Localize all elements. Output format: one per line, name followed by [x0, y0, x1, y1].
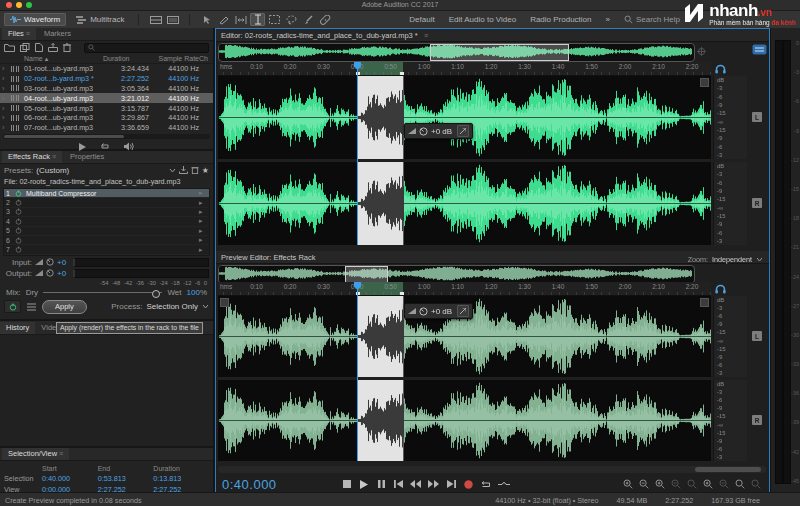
- lasso-selection-tool-icon[interactable]: [284, 13, 299, 26]
- slot-arrow-icon[interactable]: ▸: [199, 236, 207, 244]
- zoom-in-button[interactable]: [623, 479, 633, 489]
- play-file-icon[interactable]: [79, 143, 86, 151]
- editor-horizontal-scrollbar[interactable]: [218, 466, 766, 473]
- marquee-selection-tool-icon[interactable]: [267, 13, 282, 26]
- channel-menu-icon[interactable]: [700, 298, 709, 307]
- favorite-star-icon[interactable]: ★: [202, 166, 209, 175]
- import-file-icon[interactable]: [20, 43, 30, 52]
- display-settings-icon[interactable]: [752, 44, 767, 55]
- tab-selection-view[interactable]: Selection/View≡: [2, 448, 69, 460]
- power-icon[interactable]: [15, 190, 26, 197]
- tab-properties[interactable]: Properties: [64, 151, 110, 163]
- editor-waveform-right[interactable]: [218, 162, 711, 245]
- time-selection-tool-icon[interactable]: [250, 13, 265, 26]
- volume-hud[interactable]: +0 dB: [404, 303, 473, 319]
- slot-arrow-icon[interactable]: ▸: [199, 217, 207, 225]
- zoom-mode-select[interactable]: Independent: [712, 253, 752, 266]
- skip-selection-button[interactable]: [498, 480, 510, 489]
- slot-arrow-icon[interactable]: ▸: [199, 246, 207, 254]
- razor-tool-icon[interactable]: [216, 13, 231, 26]
- expand-chevron-icon[interactable]: ›: [2, 64, 11, 73]
- slot-arrow-icon[interactable]: ▸: [199, 189, 207, 197]
- navigator-view-highlight[interactable]: [430, 44, 569, 61]
- wet-value[interactable]: 100: [187, 288, 200, 297]
- power-icon[interactable]: [15, 246, 26, 253]
- skip-to-start-button[interactable]: [393, 480, 403, 488]
- channel-badge-right[interactable]: R: [752, 198, 762, 208]
- zoom-out-horizontal-button[interactable]: [671, 479, 681, 489]
- channel-badge-right[interactable]: R: [752, 415, 762, 425]
- power-icon[interactable]: [15, 199, 26, 206]
- zoom-reset-button[interactable]: [687, 479, 697, 489]
- trash-icon[interactable]: [63, 43, 71, 52]
- pause-button[interactable]: [376, 480, 386, 488]
- rewind-button[interactable]: [410, 480, 421, 488]
- waveform-view-button[interactable]: Waveform: [4, 13, 66, 26]
- insert-into-multitrack-icon[interactable]: [48, 43, 58, 52]
- skip-to-end-button[interactable]: [446, 480, 456, 488]
- editor-waveform-left[interactable]: [218, 76, 711, 159]
- stop-button[interactable]: [342, 480, 352, 488]
- effect-slot[interactable]: 2▸: [4, 198, 209, 207]
- files-horizontal-scrollbar[interactable]: [3, 134, 210, 139]
- input-knob-icon[interactable]: [46, 258, 54, 266]
- file-row[interactable]: ›07-root...ub-yard.mp33:36.65944100 Hz: [0, 123, 213, 133]
- volume-hud[interactable]: +0 dB: [404, 123, 473, 139]
- slip-tool-icon[interactable]: [233, 13, 248, 26]
- effect-slot[interactable]: 5▸: [4, 227, 209, 236]
- chevron-down-icon[interactable]: [202, 304, 209, 309]
- output-gain-value[interactable]: +0: [57, 269, 66, 278]
- power-icon[interactable]: [15, 227, 26, 234]
- editor-panel-header[interactable]: Editor: 02-roots_radics-time_and_place_t…: [216, 29, 769, 42]
- paintbrush-selection-tool-icon[interactable]: [301, 13, 316, 26]
- record-button[interactable]: [463, 480, 473, 489]
- chevron-down-icon[interactable]: [169, 168, 176, 173]
- apply-button[interactable]: Apply: [42, 300, 87, 314]
- selection-row[interactable]: Selection 0:40.000 0:53.813 0:13.813: [4, 473, 209, 484]
- playhead[interactable]: [357, 282, 358, 461]
- playhead[interactable]: [357, 62, 358, 245]
- file-row[interactable]: ›06-root...ub-yard.mp33:29.86744100 Hz: [0, 113, 213, 123]
- tab-markers[interactable]: Markers: [38, 28, 77, 40]
- multitrack-view-button[interactable]: Multitrack: [70, 13, 130, 26]
- preview-waveform-right[interactable]: [218, 380, 711, 461]
- effect-slot[interactable]: 6▸: [4, 236, 209, 245]
- workspace-radio-production[interactable]: Radio Production: [530, 15, 591, 24]
- chevron-down-icon[interactable]: [756, 257, 763, 262]
- slot-arrow-icon[interactable]: ▸: [199, 199, 207, 207]
- tab-history[interactable]: History: [0, 322, 35, 334]
- slot-arrow-icon[interactable]: ▸: [199, 208, 207, 216]
- save-preset-icon[interactable]: [179, 166, 188, 174]
- file-row[interactable]: ›05-root...ub-yard.mp33:15.78744100 Hz: [0, 103, 213, 113]
- process-select[interactable]: Selection Only: [146, 302, 198, 311]
- workspace-overflow-button[interactable]: »: [606, 15, 610, 24]
- channel-menu-icon[interactable]: [700, 78, 709, 87]
- zoom-full-button[interactable]: [751, 479, 761, 489]
- playhead-time-display[interactable]: 0:40.000: [222, 477, 342, 492]
- file-row[interactable]: ›02-root...b-yard.mp3 *2:27.25244100 Hz: [0, 74, 213, 84]
- expand-chevron-icon[interactable]: ›: [2, 84, 11, 93]
- play-button[interactable]: [359, 480, 369, 489]
- new-file-icon[interactable]: [35, 43, 43, 52]
- channel-badge-left[interactable]: L: [752, 331, 762, 341]
- mix-slider[interactable]: [43, 292, 162, 293]
- zoom-in-horizontal-button[interactable]: [655, 479, 665, 489]
- input-gain-value[interactable]: +0: [57, 258, 66, 267]
- tab-files[interactable]: Files≡: [2, 28, 36, 40]
- power-icon[interactable]: [15, 218, 26, 225]
- effects-power-button[interactable]: [4, 300, 21, 313]
- fast-forward-button[interactable]: [428, 480, 439, 488]
- editor-zoom-navigator[interactable]: [218, 43, 695, 62]
- zoom-in-amplitude-button[interactable]: [703, 479, 713, 489]
- auto-play-speaker-icon[interactable]: [124, 142, 135, 151]
- preview-editor-header[interactable]: Preview Editor: Effects Rack Zoom: Indep…: [216, 251, 769, 264]
- hud-gain-value[interactable]: +0 dB: [431, 127, 452, 136]
- file-row[interactable]: ›01-root...ub-yard.mp33:24.43444100 Hz: [0, 64, 213, 74]
- effect-slot[interactable]: 3▸: [4, 208, 209, 217]
- channel-badge-left[interactable]: L: [752, 112, 762, 122]
- hud-drag-handle[interactable]: [457, 305, 469, 317]
- file-row[interactable]: ›04-root...ub-yard.mp33:21.01244100 Hz: [0, 93, 213, 103]
- hud-gain-value[interactable]: +0 dB: [431, 307, 452, 316]
- expand-chevron-icon[interactable]: ›: [2, 74, 11, 83]
- workspace-edit-audio-to-video[interactable]: Edit Audio to Video: [449, 15, 516, 24]
